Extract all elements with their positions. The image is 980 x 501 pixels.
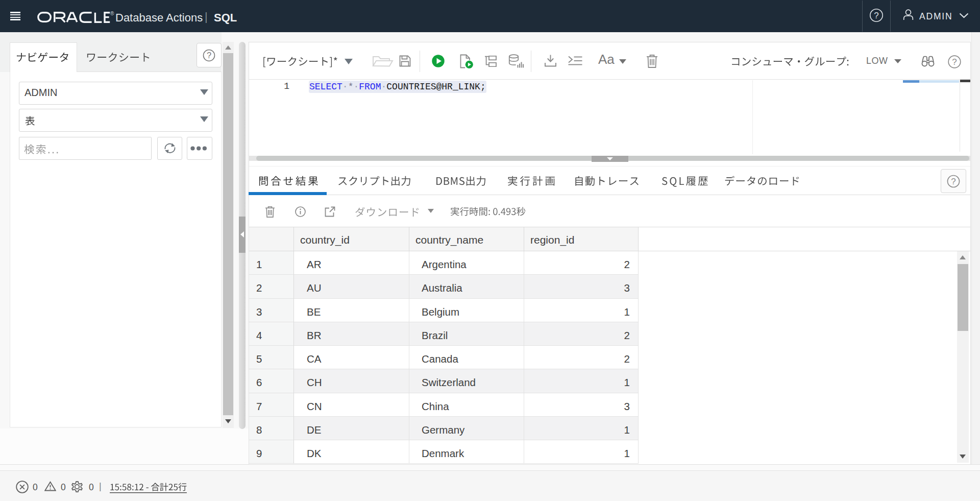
svg-text:?: ? xyxy=(874,11,878,20)
svg-text:?: ? xyxy=(207,51,211,60)
svg-text:?: ? xyxy=(951,177,955,186)
svg-text:?: ? xyxy=(952,57,957,67)
